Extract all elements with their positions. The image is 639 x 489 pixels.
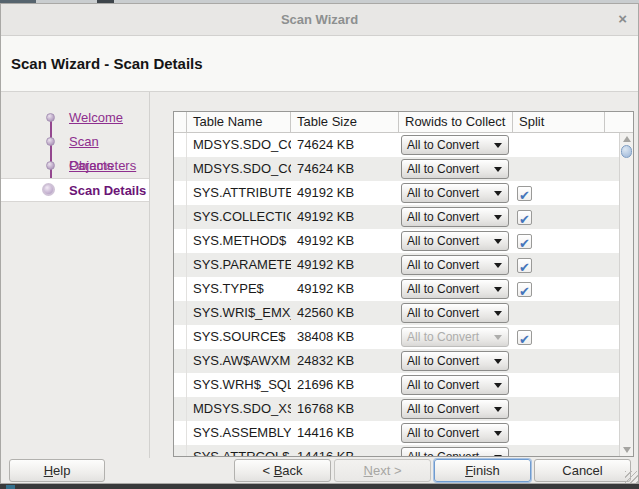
split-checkbox[interactable]: ✔	[517, 234, 532, 249]
rowids-dropdown-label: All to Convert	[407, 376, 479, 394]
table-size-cell: 49192 KB	[291, 229, 399, 253]
rowids-dropdown[interactable]: All to Convert	[401, 279, 509, 299]
check-icon: ✔	[519, 328, 530, 350]
sidebar-item-objects-selection[interactable]: Objects Selection	[1, 154, 149, 178]
split-cell: ✔	[513, 205, 619, 229]
rowids-dropdown[interactable]: All to Convert	[401, 231, 509, 251]
chevron-down-icon	[494, 191, 502, 196]
rowids-dropdown[interactable]: All to Convert	[401, 375, 509, 395]
rowids-dropdown-label: All to Convert	[407, 352, 479, 370]
rowids-dropdown[interactable]: All to Convert	[401, 327, 509, 347]
split-checkbox[interactable]: ✔	[517, 186, 532, 201]
rowids-dropdown[interactable]: All to Convert	[401, 255, 509, 275]
scan-wizard-dialog: Scan Wizard × Scan Wizard - Scan Details…	[0, 3, 639, 484]
split-checkbox[interactable]: ✔	[517, 210, 532, 225]
column-header-table-name[interactable]: Table Name	[187, 112, 291, 132]
split-cell	[513, 421, 619, 445]
back-button[interactable]: < Back	[234, 459, 331, 482]
row-header-cell	[174, 157, 187, 181]
scroll-down-arrow-icon[interactable]	[623, 447, 631, 453]
sidebar-item-label: Scan Details	[69, 179, 146, 203]
chevron-down-icon	[494, 359, 502, 364]
chevron-down-icon	[494, 383, 502, 388]
sidebar-item-welcome[interactable]: Welcome	[1, 106, 149, 130]
split-checkbox[interactable]: ✔	[517, 330, 532, 345]
table-row: MDSYS.SDO_CO... 74624 KB All to Convert	[174, 133, 619, 157]
scroll-up-arrow-icon[interactable]	[623, 136, 631, 142]
step-bullet-icon	[46, 137, 55, 146]
rowids-dropdown[interactable]: All to Convert	[401, 351, 509, 371]
split-cell: ✔	[513, 229, 619, 253]
scrollbar-thumb[interactable]	[621, 145, 632, 158]
sidebar-item-scan-parameters[interactable]: Scan Parameters	[1, 130, 149, 154]
step-bullet-icon	[46, 113, 55, 122]
split-cell	[513, 133, 619, 157]
rowids-dropdown-label: All to Convert	[407, 184, 479, 202]
check-icon: ✔	[519, 280, 530, 302]
row-header-cell	[174, 133, 187, 157]
rowids-cell: All to Convert	[399, 445, 513, 456]
row-header-cell	[174, 253, 187, 277]
table-size-cell: 42560 KB	[291, 301, 399, 325]
finish-button[interactable]: Finish	[434, 459, 531, 482]
rowids-dropdown-label: All to Convert	[407, 256, 479, 274]
split-cell	[513, 373, 619, 397]
rowids-dropdown[interactable]: All to Convert	[401, 135, 509, 155]
table-name-cell: SYS.SOURCE$	[187, 325, 291, 349]
row-header-cell	[174, 181, 187, 205]
row-header-cell	[174, 229, 187, 253]
next-button[interactable]: Next >	[334, 459, 431, 482]
sidebar-item-label[interactable]: Scan Parameters	[69, 130, 149, 154]
column-header-rowids[interactable]: Rowids to Collect	[399, 112, 513, 132]
rowids-dropdown[interactable]: All to Convert	[401, 423, 509, 443]
column-header-split[interactable]: Split	[513, 112, 605, 132]
table-name-cell: SYS.WRI$_EMX_...	[187, 301, 291, 325]
chevron-down-icon	[494, 407, 502, 412]
split-cell	[513, 301, 619, 325]
chevron-down-icon	[494, 215, 502, 220]
split-cell	[513, 397, 619, 421]
step-bullet-icon	[46, 161, 55, 170]
table-size-cell: 21696 KB	[291, 373, 399, 397]
table-row: SYS.ASSEMBLY$ 14416 KB All to Convert	[174, 421, 619, 445]
window-title: Scan Wizard	[1, 4, 638, 36]
wizard-button-row: Help < Back Next > Finish Cancel	[1, 458, 638, 484]
rowids-dropdown[interactable]: All to Convert	[401, 303, 509, 323]
rowids-cell: All to Convert	[399, 181, 513, 205]
scan-tables-table: Table Name Table Size Rowids to Collect …	[173, 111, 634, 457]
table-size-cell: 14416 KB	[291, 445, 399, 456]
rowids-dropdown-label: All to Convert	[407, 424, 479, 442]
sidebar-item-label[interactable]: Objects Selection	[69, 154, 149, 178]
rowids-dropdown-label: All to Convert	[407, 328, 479, 346]
split-cell: ✔	[513, 277, 619, 301]
close-icon[interactable]: ×	[618, 4, 627, 36]
column-header-table-size[interactable]: Table Size	[291, 112, 399, 132]
cancel-button[interactable]: Cancel	[534, 459, 631, 482]
resize-grip[interactable]	[625, 471, 638, 483]
row-header-cell	[174, 445, 187, 456]
table-size-cell: 49192 KB	[291, 181, 399, 205]
rowids-dropdown[interactable]: All to Convert	[401, 183, 509, 203]
table-scrollbar[interactable]	[619, 133, 633, 456]
table-name-cell: SYS.WRH$_SQL_...	[187, 373, 291, 397]
table-name-cell: SYS.COLLECTION$	[187, 205, 291, 229]
rowids-dropdown[interactable]: All to Convert	[401, 159, 509, 179]
rowids-dropdown-label: All to Convert	[407, 136, 479, 154]
rowids-dropdown[interactable]: All to Convert	[401, 447, 509, 456]
table-size-cell: 74624 KB	[291, 133, 399, 157]
chevron-down-icon	[494, 335, 502, 340]
split-checkbox[interactable]: ✔	[517, 282, 532, 297]
chevron-down-icon	[494, 239, 502, 244]
window-titlebar[interactable]: Scan Wizard ×	[1, 4, 638, 36]
row-header-cell	[174, 301, 187, 325]
help-button[interactable]: Help	[9, 459, 105, 482]
table-size-cell: 74624 KB	[291, 157, 399, 181]
rowids-dropdown[interactable]: All to Convert	[401, 399, 509, 419]
split-checkbox[interactable]: ✔	[517, 258, 532, 273]
header-corner	[605, 112, 619, 132]
row-header-cell	[174, 397, 187, 421]
table-name-cell: MDSYS.SDO_XS...	[187, 397, 291, 421]
sidebar-item-label[interactable]: Welcome	[69, 106, 123, 130]
rowids-dropdown[interactable]: All to Convert	[401, 207, 509, 227]
rowids-cell: All to Convert	[399, 301, 513, 325]
